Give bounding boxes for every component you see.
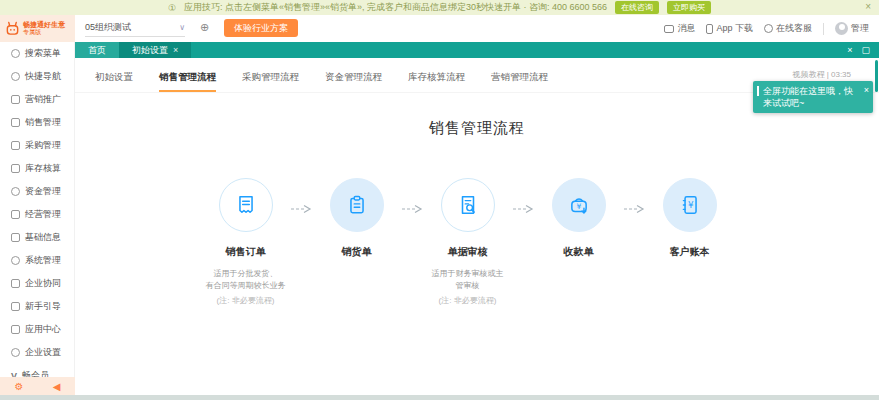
flow-node-doc-review[interactable]: 单据审核 适用于财务审核或主 管审核 (注: 非必要流程) — [412, 178, 523, 306]
sidebar-item-basic-info[interactable]: 基础信息 — [0, 226, 74, 249]
tab-initial-setup[interactable]: 初始设置 × — [119, 42, 191, 58]
avatar — [835, 22, 848, 35]
info-card-icon — [11, 233, 20, 242]
app-window: ① 应用技巧: 点击左侧菜单«销售管理»«销货单», 完成客户和商品信息绑定30… — [0, 0, 879, 400]
node-label: 收款单 — [523, 245, 634, 259]
org-select[interactable]: 05组织测试 ∨ — [85, 21, 185, 37]
sidebar-item-enterprise-settings[interactable]: 企业设置 — [0, 341, 74, 364]
user-menu[interactable]: 管理 — [835, 22, 869, 35]
sidebar-label: 应用中心 — [25, 323, 61, 336]
sidebar-footer: ⚙ ◀ — [0, 377, 75, 395]
guide-book-icon — [11, 302, 20, 311]
tab-funds-process[interactable]: 资金管理流程 — [325, 71, 382, 92]
chevron-down-icon: ∨ — [179, 23, 185, 32]
sidebar-label: 经营管理 — [25, 208, 61, 221]
messages-button[interactable]: 消息 — [664, 22, 695, 35]
info-icon: ① — [168, 3, 176, 13]
ledger-book-icon: ¥ — [679, 194, 701, 216]
sidebar-item-operations[interactable]: 经营管理 — [0, 203, 74, 226]
app-download-button[interactable]: App 下载 — [706, 22, 753, 35]
announcement-close-icon[interactable]: × — [865, 1, 871, 12]
tab-home-label: 首页 — [88, 44, 106, 57]
sidebar-item-quick-nav[interactable]: 快捷导航 — [0, 65, 74, 88]
top-bar: 畅捷通好生意 专属版 05组织测试 ∨ ⊕ 体验行业方案 消息 App 下载 在… — [0, 15, 879, 42]
toast-close-icon[interactable]: × — [864, 84, 869, 96]
sidebar: 搜索菜单 快捷导航 营销推广 销售管理 采购管理 库存核算 资金管理 经营管理 — [0, 42, 75, 395]
sidebar-label: 系统管理 — [25, 254, 61, 267]
tab-inventory-process[interactable]: 库存核算流程 — [408, 71, 465, 92]
divider — [823, 23, 824, 35]
search-icon — [11, 49, 20, 58]
node-desc: 适用于分批发货、 有合同等周期较长业务 — [190, 268, 301, 293]
document-search-icon — [457, 194, 479, 216]
username-label: 管理 — [851, 22, 869, 35]
tab-initial-settings[interactable]: 初始设置 — [95, 71, 133, 92]
sidebar-item-marketing[interactable]: 营销推广 — [0, 88, 74, 111]
customer-service-label: 在线客服 — [776, 22, 812, 35]
clipboard-icon — [346, 194, 368, 216]
sidebar-label: 库存核算 — [25, 162, 61, 175]
node-label: 销货单 — [301, 245, 412, 259]
sidebar-item-funds[interactable]: 资金管理 — [0, 180, 74, 203]
flow-node-sales-invoice[interactable]: 销货单 — [301, 178, 412, 306]
tab-purchase-process[interactable]: 采购管理流程 — [242, 71, 299, 92]
sales-order-circle — [219, 178, 273, 232]
node-desc: 适用于财务审核或主 管审核 — [412, 268, 523, 293]
sidebar-item-app-center[interactable]: 应用中心 — [0, 318, 74, 341]
sidebar-item-search-menu[interactable]: 搜索菜单 — [0, 42, 74, 65]
money-icon — [11, 187, 20, 196]
page-title: 销售管理流程 — [75, 119, 879, 138]
settings-gear-icon[interactable]: ⚙ — [15, 381, 24, 392]
sidebar-label: 采购管理 — [25, 139, 61, 152]
fullscreen-icon[interactable]: ▢ — [861, 45, 870, 55]
tab-sales-process[interactable]: 销售管理流程 — [159, 71, 216, 92]
sidebar-item-system[interactable]: 系统管理 — [0, 249, 74, 272]
buy-now-button[interactable]: 立即购买 — [667, 1, 711, 14]
sidebar-item-purchase[interactable]: 采购管理 — [0, 134, 74, 157]
sidebar-label: 新手引导 — [25, 300, 61, 313]
top-right-actions: 消息 App 下载 在线客服 管理 — [664, 15, 869, 42]
customer-service-button[interactable]: 在线客服 — [764, 22, 812, 35]
compass-icon — [11, 72, 20, 81]
flow-node-customer-ledger[interactable]: ¥ 客户账本 — [634, 178, 745, 306]
logo-title: 畅捷通好生意 — [23, 21, 65, 29]
receipt-icon — [235, 194, 257, 216]
close-all-tabs-icon[interactable]: × — [847, 45, 852, 55]
online-consult-button[interactable]: 在线咨询 — [615, 1, 659, 14]
toast-text: 全屏功能在这里哦，快来试试吧~ — [763, 86, 853, 108]
sidebar-label: 基础信息 — [25, 231, 61, 244]
sidebar-label: 销售管理 — [25, 116, 61, 129]
sidebar-label: 搜索菜单 — [25, 47, 61, 60]
doc-review-circle — [441, 178, 495, 232]
tab-marketing-process[interactable]: 营销管理流程 — [491, 71, 548, 92]
headset-icon — [764, 24, 773, 33]
globe-icon[interactable]: ⊕ — [200, 21, 209, 34]
sidebar-label: 企业协同 — [25, 277, 61, 290]
announcement-bar: ① 应用技巧: 点击左侧菜单«销售管理»«销货单», 完成客户和商品信息绑定30… — [0, 0, 879, 15]
message-icon — [664, 25, 674, 33]
sales-invoice-circle — [330, 178, 384, 232]
sidebar-item-inventory[interactable]: 库存核算 — [0, 157, 74, 180]
fullscreen-tip-toast: 全屏功能在这里哦，快来试试吧~ × — [753, 81, 873, 113]
sidebar-label: 快捷导航 — [25, 70, 61, 83]
scrollbar-thumb[interactable] — [875, 60, 878, 92]
sidebar-item-beginner-guide[interactable]: 新手引导 — [0, 295, 74, 318]
page-tab-bar: 首页 初始设置 × × ▢ — [75, 42, 879, 58]
report-icon — [11, 210, 20, 219]
messages-label: 消息 — [677, 22, 695, 35]
flow-node-sales-order[interactable]: 销售订单 适用于分批发货、 有合同等周期较长业务 (注: 非必要流程) — [190, 178, 301, 306]
sidebar-item-sales[interactable]: 销售管理 — [0, 111, 74, 134]
receipt-circle: ¥ — [552, 178, 606, 232]
warehouse-icon — [11, 164, 20, 173]
flow-node-receipt[interactable]: ¥ 收款单 — [523, 178, 634, 306]
industry-solution-button[interactable]: 体验行业方案 — [224, 19, 298, 37]
collaboration-icon — [11, 279, 20, 288]
collapse-sidebar-icon[interactable]: ◀ — [53, 381, 61, 392]
helper-text: 视频教程 | 03:35 — [792, 69, 851, 80]
tab-home[interactable]: 首页 — [75, 42, 119, 58]
phone-icon — [706, 24, 713, 34]
megaphone-icon — [11, 95, 20, 104]
sidebar-item-collaboration[interactable]: 企业协同 — [0, 272, 74, 295]
tab-close-icon[interactable]: × — [173, 45, 178, 55]
logo: 畅捷通好生意 专属版 — [0, 15, 75, 42]
